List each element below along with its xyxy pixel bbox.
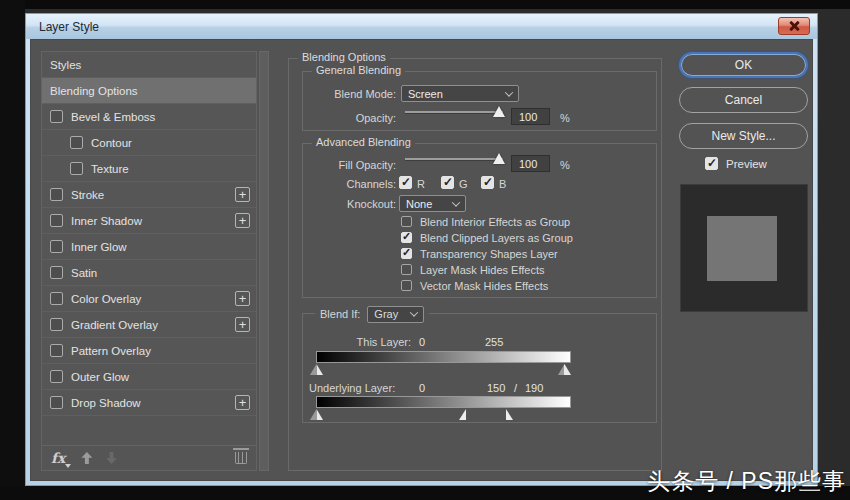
channel-g-checkbox[interactable]	[441, 176, 454, 189]
blend-if-label: Blend If:	[320, 308, 360, 320]
blend-if-select[interactable]: Gray	[367, 306, 424, 323]
slider-thumb[interactable]	[493, 106, 505, 117]
layer-mask-hides-checkbox[interactable]	[401, 264, 412, 275]
knockout-label: Knockout:	[303, 198, 396, 210]
channel-r-checkbox[interactable]	[399, 176, 412, 189]
option-label: Layer Mask Hides Effects	[420, 264, 545, 276]
add-effect-icon[interactable]	[235, 291, 250, 306]
blend-interior-effects-checkbox[interactable]	[401, 216, 412, 227]
dialog-content: Styles Blending Options Bevel & Emboss C…	[30, 39, 813, 481]
delete-effect-icon[interactable]	[235, 452, 247, 464]
underlying-white-thumb-right-half[interactable]	[506, 409, 513, 420]
knockout-value: None	[406, 198, 432, 210]
effect-checkbox[interactable]	[50, 266, 63, 279]
sidebar-item-color-overlay[interactable]: Color Overlay	[42, 286, 256, 312]
sidebar-item-stroke[interactable]: Stroke	[42, 182, 256, 208]
effect-checkbox[interactable]	[50, 110, 63, 123]
effect-checkbox[interactable]	[50, 214, 63, 227]
sidebar-item-inner-glow[interactable]: Inner Glow	[42, 234, 256, 260]
slider-track	[405, 158, 503, 160]
effect-checkbox[interactable]	[50, 292, 63, 305]
blend-mode-value: Screen	[408, 88, 443, 100]
chevron-down-icon	[410, 308, 418, 316]
vector-mask-hides-checkbox[interactable]	[401, 280, 412, 291]
sidebar-item-inner-shadow[interactable]: Inner Shadow	[42, 208, 256, 234]
effect-checkbox[interactable]	[50, 188, 63, 201]
this-layer-gradient-bar[interactable]	[316, 351, 571, 363]
blend-mode-select[interactable]: Screen	[401, 85, 519, 102]
slider-track	[405, 111, 503, 113]
sidebar-footer-toolbar: fx	[42, 445, 256, 470]
preview-row: Preview	[679, 157, 808, 172]
move-effect-up-icon[interactable]	[81, 452, 92, 464]
add-effect-icon[interactable]	[235, 213, 250, 228]
this-layer-min-value: 0	[419, 336, 425, 348]
effect-checkbox[interactable]	[50, 396, 63, 409]
sidebar-item-label: Inner Glow	[71, 241, 127, 253]
background-strip-left	[0, 0, 25, 500]
underlying-min-value: 0	[419, 382, 425, 394]
sidebar-item-label: Stroke	[71, 189, 104, 201]
watermark-text: 头条号 / PS那些事	[647, 466, 846, 497]
new-style-button[interactable]: New Style...	[679, 123, 808, 149]
close-button[interactable]	[778, 17, 810, 35]
this-layer-white-thumb[interactable]	[558, 364, 571, 375]
style-preview-thumbnail	[680, 184, 808, 312]
underlying-layer-gradient-bar[interactable]	[316, 396, 571, 408]
sidebar-item-outer-glow[interactable]: Outer Glow	[42, 364, 256, 390]
channel-b-checkbox[interactable]	[481, 176, 494, 189]
sidebar-item-contour[interactable]: Contour	[42, 130, 256, 156]
blend-if-value: Gray	[374, 308, 398, 320]
sidebar-item-blending-options[interactable]: Blending Options	[42, 78, 256, 104]
opacity-input[interactable]	[511, 108, 550, 125]
opacity-slider[interactable]	[405, 106, 503, 120]
effect-checkbox[interactable]	[50, 318, 63, 331]
cancel-button-label: Cancel	[725, 93, 762, 107]
effect-checkbox[interactable]	[50, 344, 63, 357]
background-strip-top	[0, 0, 850, 9]
preview-checkbox[interactable]	[705, 157, 718, 170]
cancel-button[interactable]: Cancel	[679, 87, 808, 113]
fill-opacity-input[interactable]	[511, 155, 550, 172]
option-label: Blend Clipped Layers as Group	[420, 232, 573, 244]
sidebar-item-label: Inner Shadow	[71, 215, 142, 227]
effect-checkbox[interactable]	[70, 162, 83, 175]
group-title: Advanced Blending	[312, 136, 415, 148]
knockout-select[interactable]: None	[399, 195, 466, 212]
underlying-black-thumb[interactable]	[310, 409, 323, 420]
sidebar-scrollbar[interactable]	[259, 51, 269, 471]
sidebar-item-label: Gradient Overlay	[71, 319, 158, 331]
ok-button[interactable]: OK	[679, 52, 808, 78]
sidebar-item-label: Outer Glow	[71, 371, 129, 383]
sidebar-item-pattern-overlay[interactable]: Pattern Overlay	[42, 338, 256, 364]
effect-checkbox[interactable]	[50, 370, 63, 383]
general-blending-group: General Blending Blend Mode: Screen Opac…	[302, 71, 657, 131]
fill-opacity-label: Fill Opacity:	[303, 159, 396, 171]
add-effect-icon[interactable]	[235, 395, 250, 410]
fill-opacity-slider[interactable]	[405, 153, 503, 167]
move-effect-down-icon[interactable]	[106, 452, 117, 464]
dialog-titlebar[interactable]: Layer Style	[26, 14, 817, 39]
sidebar-item-texture[interactable]: Texture	[42, 156, 256, 182]
screenshot-stage: Layer Style Styles Blending Options Beve…	[0, 0, 850, 500]
add-effect-icon[interactable]	[235, 187, 250, 202]
sidebar-item-styles[interactable]: Styles	[42, 52, 256, 78]
effect-checkbox[interactable]	[70, 136, 83, 149]
sidebar-item-label: Drop Shadow	[71, 397, 141, 409]
sidebar-item-gradient-overlay[interactable]: Gradient Overlay	[42, 312, 256, 338]
underlying-white-thumb-left-half[interactable]	[459, 409, 466, 420]
sidebar-item-drop-shadow[interactable]: Drop Shadow	[42, 390, 256, 416]
slider-thumb[interactable]	[493, 153, 505, 164]
effect-checkbox[interactable]	[50, 240, 63, 253]
blend-clipped-layers-checkbox[interactable]	[401, 232, 412, 243]
transparency-shapes-checkbox[interactable]	[401, 248, 412, 259]
dialog-title: Layer Style	[39, 20, 99, 34]
fx-menu-button[interactable]: fx	[51, 450, 65, 466]
sidebar-item-satin[interactable]: Satin	[42, 260, 256, 286]
chevron-down-icon	[452, 198, 460, 206]
this-layer-black-thumb[interactable]	[310, 364, 323, 375]
sidebar-item-bevel-emboss[interactable]: Bevel & Emboss	[42, 104, 256, 130]
fill-opacity-unit: %	[560, 159, 570, 171]
add-effect-icon[interactable]	[235, 317, 250, 332]
panel-title: Blending Options	[298, 51, 390, 63]
